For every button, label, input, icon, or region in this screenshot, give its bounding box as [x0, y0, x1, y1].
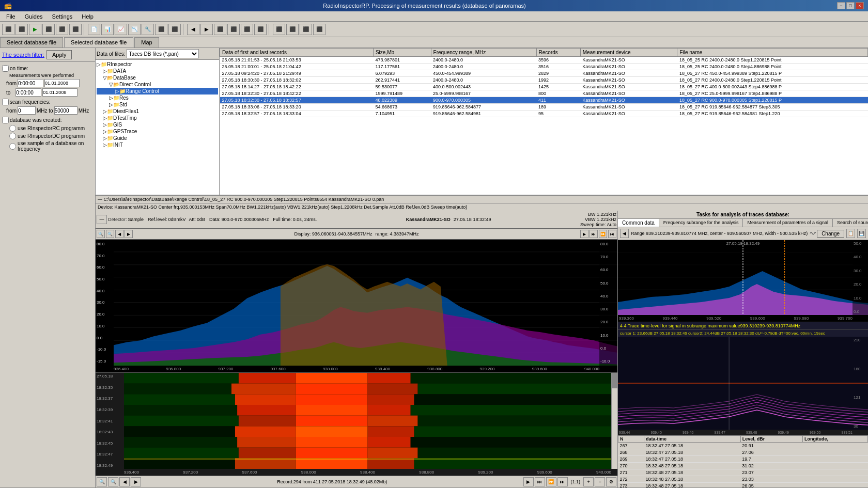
- wf-skip-btn[interactable]: ⏩: [546, 477, 556, 486]
- wf-btn-2[interactable]: 🔍: [108, 477, 118, 486]
- wf-btn-4[interactable]: ▶: [131, 477, 141, 486]
- toolbar-btn-8[interactable]: 📊: [101, 24, 114, 35]
- scan-freq-checkbox[interactable]: [2, 99, 9, 105]
- toolbar-btn-19[interactable]: ⬛: [254, 24, 267, 35]
- dt-col-level[interactable]: Level, dBr: [740, 436, 802, 443]
- tree-item-res[interactable]: ▷ 📁 Res: [97, 95, 218, 101]
- change-button[interactable]: Change: [817, 230, 844, 238]
- tree-item-range-control[interactable]: ▷ 📁 Range Control: [97, 88, 218, 95]
- data-table-scroll[interactable]: N data-time Level, dBr Longitude, 26718:…: [618, 435, 868, 487]
- col-header-records[interactable]: Records: [536, 49, 580, 57]
- col-header-dates[interactable]: Data of first and last records: [220, 49, 374, 57]
- wf-settings-btn[interactable]: ⚙: [606, 477, 616, 486]
- file-table-row[interactable]: 27.05.18 09:24:20 - 27.05.18 21:29:496.0…: [220, 70, 868, 77]
- menu-settings[interactable]: Settings: [48, 12, 77, 21]
- dt-col-datetime[interactable]: data-time: [644, 436, 741, 443]
- data-table-row[interactable]: 26818:32:47 27.05.1827.06: [618, 449, 868, 456]
- tree-item-dtesttmp[interactable]: ▷ 📁 DTestTmp: [97, 115, 218, 121]
- data-table-row[interactable]: 27018:32:48 27.05.1831.02: [618, 463, 868, 469]
- zoom-right-btn[interactable]: ▶: [125, 230, 133, 238]
- tree-item-gpstrace[interactable]: ▷ 📁 GPSTrace: [97, 128, 218, 135]
- wf-btn-1[interactable]: 🔍: [97, 477, 107, 486]
- tab-map[interactable]: Map: [134, 37, 159, 48]
- wf-btn-3[interactable]: ◀: [119, 477, 130, 486]
- dt-col-n[interactable]: N: [618, 436, 644, 443]
- play-btn[interactable]: ▶: [580, 230, 588, 238]
- toolbar-btn-14[interactable]: ◀: [187, 24, 199, 35]
- rp-tab-measurement[interactable]: Measurement of parametres of a signal: [743, 219, 833, 227]
- col-header-device[interactable]: Measurement device: [580, 49, 677, 57]
- menu-guides[interactable]: Guides: [21, 12, 47, 21]
- ff-btn[interactable]: ⏭: [590, 230, 598, 238]
- menu-help[interactable]: Help: [78, 12, 98, 21]
- file-table-row[interactable]: 27.05.18 18:33:06 - 27.05.18 18:33:2054.…: [220, 104, 868, 111]
- file-table-row[interactable]: 27.05.18 18:32:57 - 27.05.18 18:33:047.1…: [220, 111, 868, 117]
- file-table-row[interactable]: 27.05.18 18:30:30 - 27.05.18 18:32:02262…: [220, 77, 868, 84]
- toolbar-btn-21[interactable]: ⬛: [286, 24, 299, 35]
- toolbar-btn-15[interactable]: ▶: [200, 24, 213, 35]
- toolbar-btn-9[interactable]: 📈: [115, 24, 127, 35]
- zoom-left-btn[interactable]: ◀: [115, 230, 123, 238]
- file-type-select[interactable]: Taces DB files (*.pan): [127, 49, 199, 58]
- radio-rinspectorrc[interactable]: [9, 125, 16, 132]
- toolbar-btn-22[interactable]: ⬛: [300, 24, 312, 35]
- toolbar-btn-4[interactable]: ⬛: [42, 24, 55, 35]
- waterfall-scroll-thumb[interactable]: [612, 373, 617, 388]
- tab-selected-db[interactable]: Selected database file: [64, 37, 133, 48]
- apply-button[interactable]: Apply: [47, 50, 72, 59]
- file-table-row[interactable]: 27.05.18 18:32:30 - 27.05.18 18:32:5748.…: [220, 97, 868, 104]
- spec-nav-btn[interactable]: —: [97, 215, 107, 224]
- waterfall-scrollbar[interactable]: [611, 373, 617, 469]
- file-table-row[interactable]: 27.05.18 18:14:27 - 27.05.18 18:42:2259.…: [220, 84, 868, 90]
- rp-tab-search[interactable]: Search of sources of hindrances: [833, 219, 868, 227]
- from-date-input[interactable]: [44, 79, 80, 87]
- radio-rinspectordc[interactable]: [9, 133, 16, 139]
- file-table-row[interactable]: 25.05.18 21:00:01 - 25.05.18 21:04:42117…: [220, 64, 868, 70]
- close-button[interactable]: ×: [856, 2, 864, 9]
- maximize-button[interactable]: □: [846, 2, 855, 9]
- freq-to-input[interactable]: [54, 106, 78, 115]
- file-table-row[interactable]: 25.05.18 21:01:53 - 25.05.18 21:03:53473…: [220, 57, 868, 64]
- on-time-checkbox[interactable]: [2, 65, 9, 72]
- toolbar-btn-13[interactable]: ⬛: [168, 24, 181, 35]
- waterfall-image[interactable]: [124, 373, 611, 469]
- toolbar-btn-11[interactable]: 🔧: [142, 24, 154, 35]
- zoom-in-btn[interactable]: 🔍: [97, 230, 105, 238]
- dt-col-longitude[interactable]: Longitude,: [802, 436, 867, 443]
- toolbar-btn-20[interactable]: ⬛: [273, 24, 285, 35]
- freq-nav-left[interactable]: ◀: [620, 229, 629, 238]
- minimize-button[interactable]: −: [837, 2, 845, 9]
- toolbar-btn-17[interactable]: ⬛: [227, 24, 240, 35]
- wf-zoom-out-btn[interactable]: −: [595, 477, 605, 486]
- wf-end-btn[interactable]: ⏭: [557, 477, 568, 486]
- file-table-row[interactable]: 27.05.18 18:32:30 - 27.05.18 18:42:22199…: [220, 90, 868, 97]
- wf-zoom-in-btn[interactable]: +: [583, 477, 594, 486]
- tree-item-std[interactable]: ▷ 📁 Std: [97, 101, 218, 108]
- rp-tab-common[interactable]: Common data: [618, 219, 659, 227]
- tree-item-guide[interactable]: ▷ 📁 Guide: [97, 135, 218, 141]
- menu-file[interactable]: File: [2, 12, 20, 21]
- wf-ff-btn[interactable]: ⏭: [535, 477, 545, 486]
- data-table-row[interactable]: 27218:32:48 27.05.1823.03: [618, 476, 868, 483]
- rp-tab-freq[interactable]: Frequency subrange for the analysis: [659, 219, 743, 227]
- data-table-row[interactable]: 27118:32:48 27.05.1823.07: [618, 469, 868, 476]
- tree-item-rinspector[interactable]: ▷ 📁 RInspector: [97, 61, 218, 68]
- toolbar-btn-18[interactable]: ⬛: [241, 24, 253, 35]
- col-header-filename[interactable]: File name: [677, 49, 868, 57]
- freq-save-btn[interactable]: 💾: [857, 229, 866, 238]
- tree-item-init[interactable]: ▷ 📁 INIT: [97, 141, 218, 148]
- tree-item-data[interactable]: ▷ 📁 DATA: [97, 68, 218, 74]
- freq-from-input[interactable]: [18, 106, 36, 115]
- toolbar-btn-3[interactable]: ▶: [29, 24, 41, 35]
- tree-item-gis[interactable]: ▷ 📁 GIS: [97, 121, 218, 128]
- data-table-row[interactable]: 26718:32:47 27.05.1820.91: [618, 443, 868, 449]
- tab-select-db[interactable]: Select database file: [0, 37, 63, 48]
- toolbar-btn-5[interactable]: ⬛: [56, 24, 68, 35]
- data-table-row[interactable]: 26918:32:47 27.05.1819.7: [618, 456, 868, 463]
- end-btn[interactable]: ⏭: [608, 230, 616, 238]
- toolbar-btn-7[interactable]: 📄: [88, 24, 100, 35]
- freq-copy-btn[interactable]: 📋: [846, 229, 855, 238]
- toolbar-btn-12[interactable]: ⬛: [155, 24, 167, 35]
- radio-sample[interactable]: [9, 143, 16, 150]
- to-time-input[interactable]: [16, 88, 41, 97]
